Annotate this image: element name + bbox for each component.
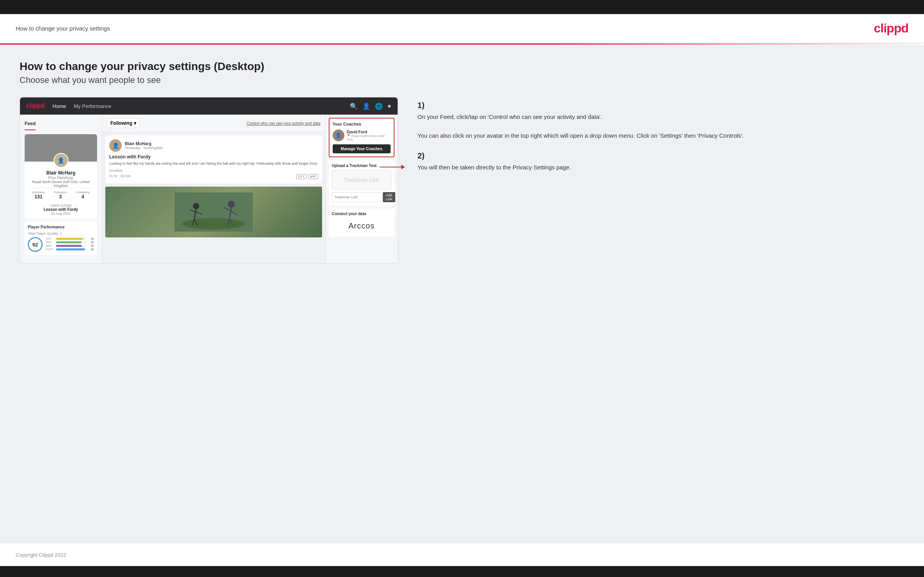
post-header: 👤 Blair McHarg Yesterday · Sunningdale [109,139,318,152]
instruction-2: 2) You will then be taken directly to th… [418,151,904,172]
stat-followers: Followers 3 [54,191,67,200]
feed-header: Following ▾ Control who can see your act… [102,115,325,132]
bar-arg: ARG 86 [46,244,94,247]
post-description: Looking to feel like my hands are exitin… [109,161,318,166]
connect-data-box: Connect your data Arccos [329,209,394,237]
stat-activities-value: 131 [32,194,45,200]
post-avatar: 👤 [109,139,122,152]
post-tags: OTT APP [296,174,318,179]
coach-info: David Ford 📍 Royal North Devon Golf Club [347,130,391,141]
app-navbar: clippd Home My Performance 🔍 👤 🌐 ● [20,97,398,115]
manage-coaches-button[interactable]: Manage Your Coaches [333,144,391,153]
post-footer: 01 hr : 30 min OTT APP [109,174,318,180]
stat-followers-label: Followers [54,191,67,194]
app-nav-right: 🔍 👤 🌐 ● [350,102,391,110]
post-image [105,187,322,237]
location-icon: 📍 [347,134,351,138]
arrow-indicator [380,165,405,169]
app-nav-performance[interactable]: My Performance [74,103,111,109]
profile-name: Blair McHarg [28,170,94,176]
instruction-2-text: You will then be taken directly to the P… [418,163,904,172]
tpq-content: 92 OTT 90 APP [28,237,94,252]
tpq-bars: OTT 90 APP 85 [46,237,94,252]
app-screenshot-wrapper: clippd Home My Performance 🔍 👤 🌐 ● Feed [20,97,398,264]
following-button[interactable]: Following ▾ [107,119,140,128]
feed-tab[interactable]: Feed [25,119,36,130]
coach-item: 👤 David Ford 📍 Royal North Devon Golf Cl… [333,129,391,141]
coach-avatar: 👤 [333,129,344,141]
page-subtitle: Choose what you want people to see [20,75,904,85]
avatar-icon[interactable]: ● [387,102,391,110]
stat-activities-label: Activities [32,191,45,194]
svg-point-8 [228,201,235,208]
content-layout: clippd Home My Performance 🔍 👤 🌐 ● Feed [20,97,904,264]
control-privacy-link[interactable]: Control who can see your activity and da… [247,121,320,126]
post-title: Lesson with Fordy [109,154,318,160]
pp-title: Player Performance [28,225,94,229]
coach-name: David Ford [347,130,391,134]
latest-activity-label: Latest Activity [28,203,94,207]
clippd-logo: clippd [874,21,908,36]
app-feed: Following ▾ Control who can see your act… [102,115,325,263]
player-performance-card: Player Performance Total Player Quality … [25,222,97,255]
stat-following: Following 4 [76,191,90,200]
person-icon[interactable]: 👤 [362,102,370,110]
avatar: 👤 [54,153,68,168]
copyright-text: Copyright Clippd 2022 [16,552,66,558]
profile-info: Blair McHarg Plus Handicap Royal North D… [25,162,97,219]
app-screenshot: clippd Home My Performance 🔍 👤 🌐 ● Feed [20,97,398,264]
bottom-bar [0,566,924,577]
arrow-line-h [380,167,401,167]
stat-following-label: Following [76,191,90,194]
stat-followers-value: 3 [54,194,67,200]
trackman-link-area: Trackman Link [332,170,391,190]
tpq-score: 92 [28,237,43,252]
top-bar [0,0,924,14]
feed-post: 👤 Blair McHarg Yesterday · Sunningdale L… [105,135,322,183]
post-author-name: Blair McHarg [125,141,163,146]
latest-activity-date: 03 Aug 2022 [28,212,94,216]
instructions-column: 1) On your Feed, click/tap on 'Control w… [414,97,904,183]
page-title: How to change your privacy settings (Des… [20,60,904,73]
coaches-box: Your Coaches 👤 David Ford 📍 Royal North … [329,118,394,157]
app-sidebar: Feed 👤 Blair McHarg Plus Handicap [20,115,102,263]
instruction-1-text: On your Feed, click/tap on 'Control who … [418,112,904,140]
profile-handicap: Plus Handicap [28,176,94,180]
profile-club: Royal North Devon Golf Club, United King… [28,180,94,188]
stat-activities: Activities 131 [32,191,45,200]
site-header: How to change your privacy settings clip… [0,14,924,43]
golf-image-svg [175,192,253,232]
add-link-button[interactable]: Add Link [383,192,396,202]
search-icon[interactable]: 🔍 [350,102,358,110]
feed-header-inner: Following ▾ Control who can see your act… [107,119,321,128]
chevron-down-icon: ▾ [134,120,136,126]
app-nav-home[interactable]: Home [52,103,66,109]
trackman-input[interactable] [332,192,381,202]
tag-app: APP [308,174,318,179]
post-duration-value: 01 hr : 30 min [109,174,131,178]
app-right-panel: Your Coaches 👤 David Ford 📍 Royal North … [325,115,398,263]
coaches-title: Your Coaches [333,122,391,126]
post-user-info: Blair McHarg Yesterday · Sunningdale [125,141,163,150]
coach-club: 📍 Royal North Devon Golf Club [347,134,391,141]
instruction-2-number: 2) [418,151,904,160]
site-footer: Copyright Clippd 2022 [0,543,924,566]
tpq-info-icon: ℹ [60,232,61,235]
trackman-input-row: Add Link [332,192,391,202]
app-body: Feed 👤 Blair McHarg Plus Handicap [20,115,398,263]
profile-card: 👤 Blair McHarg Plus Handicap Royal North… [25,134,97,219]
instruction-1-number: 1) [418,101,904,110]
post-duration-label: Duration [109,169,318,173]
trackman-link-placeholder: Trackman Link [335,177,388,183]
tag-ott: OTT [296,174,306,179]
globe-icon[interactable]: 🌐 [375,102,383,110]
bar-ott: OTT 90 [46,237,94,240]
tpq-label: Total Player Quality ℹ [28,232,94,235]
app-logo: clippd [26,102,45,110]
bar-app: APP 85 [46,241,94,244]
arccos-brand: Arccos [332,218,391,234]
svg-point-1 [182,218,245,230]
profile-header-bg: 👤 [25,134,97,162]
page-breadcrumb: How to change your privacy settings [16,25,110,32]
bar-putt: PUTT 96 [46,248,94,251]
